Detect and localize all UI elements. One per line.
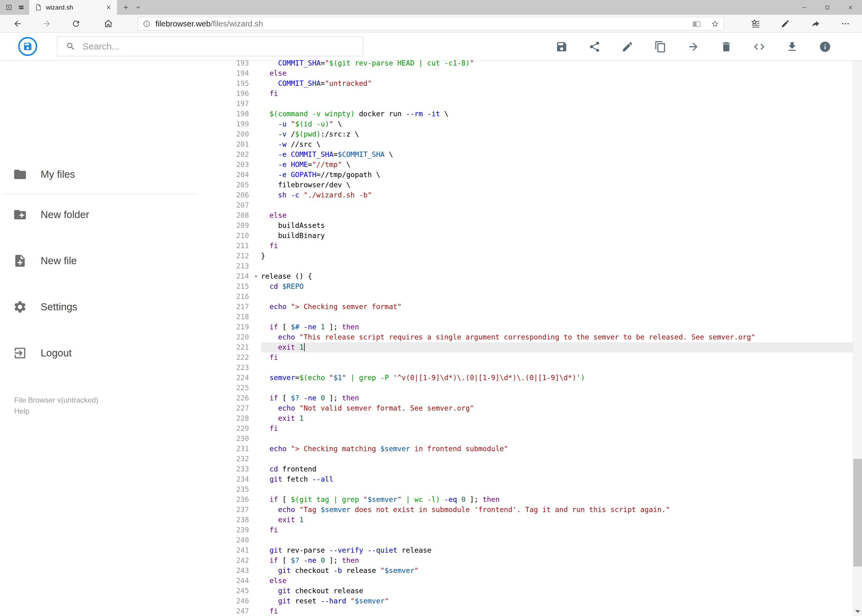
address-bar[interactable]: filebrowser.web/files/wizard.sh [138,17,724,30]
save-button[interactable] [555,41,568,53]
edit-button[interactable] [621,41,633,53]
code-text[interactable]: fi [261,423,853,434]
minimize-button[interactable] [793,0,816,15]
raw-code-button[interactable] [753,41,765,53]
code-text[interactable] [261,363,853,373]
code-text[interactable] [261,434,853,444]
code-text[interactable]: -v /$(pwd):/src:z \ [261,129,853,139]
code-text[interactable]: buildAssets [261,220,853,231]
help-link[interactable]: Help [14,407,29,415]
code-text[interactable] [261,292,853,302]
tab-close-button[interactable] [103,2,114,13]
sidebar-item-new-file[interactable]: New file [0,250,203,272]
site-info-icon[interactable] [142,19,151,28]
info-button[interactable] [819,41,831,53]
sidebar-item-my-files[interactable]: My files [0,163,203,185]
code-text[interactable]: if [ $# -ne 1 ]; then [261,322,853,332]
close-window-button[interactable] [839,0,862,15]
tabs-preview-button[interactable] [16,2,27,13]
share-page-button[interactable] [810,19,821,29]
code-text[interactable] [261,200,853,211]
code-text[interactable]: } [261,251,853,261]
code-text[interactable]: release () { [261,271,853,281]
reading-view-button[interactable] [691,18,702,29]
code-text[interactable]: -e COMMIT_SHA=$COMMIT_SHA \ [261,149,853,160]
sidebar-item-new-folder[interactable]: New folder [0,204,203,225]
code-text[interactable]: git checkout -b release "$semver" [261,566,853,576]
download-button[interactable] [786,41,798,53]
url-text[interactable]: filebrowser.web/files/wizard.sh [155,19,263,28]
web-notes-button[interactable] [780,19,791,29]
hub-favorites-button[interactable] [750,19,761,29]
favorite-star-button[interactable] [709,18,720,29]
tab-list-chevron-button[interactable] [133,2,143,13]
code-text[interactable]: COMMIT_SHA="$(git rev-parse HEAD | cut -… [261,60,853,68]
code-text[interactable]: filebrowser/dev \ [261,180,853,190]
code-text[interactable]: fi [261,606,853,616]
move-button[interactable] [687,41,700,53]
code-text[interactable]: -e HOME="//tmp" \ [261,160,853,170]
code-text[interactable] [261,454,853,464]
code-text[interactable]: -u "$(id -u)" \ [261,119,853,129]
code-text[interactable]: echo "Tag $semver does not exist in subm… [261,504,853,515]
code-text[interactable]: echo "> Checking semver format" [261,302,853,312]
code-text[interactable]: if [ $? -ne 0 ]; then [261,393,853,403]
code-text[interactable]: fi [261,525,853,535]
search-bar[interactable] [57,36,363,56]
scrollbar[interactable] [853,33,862,616]
code-text[interactable]: fi [261,89,853,99]
code-text[interactable]: fi [261,352,853,363]
code-text[interactable]: sh -c "./wizard.sh -b" [261,190,853,200]
code-text[interactable]: exit 1 [261,515,853,525]
sidebar-item-settings[interactable]: Settings [0,296,203,318]
code-text[interactable]: git reset --hard "$semver" [261,596,853,606]
code-text[interactable]: -e GOPATH=//tmp/gopath \ [261,170,853,180]
set-tabs-aside-button[interactable] [4,2,14,13]
code-text[interactable]: else [261,68,853,79]
scrollbar-thumb[interactable] [853,459,862,566]
code-text[interactable] [261,383,853,393]
back-button[interactable] [12,19,23,29]
code-text[interactable]: cd $REPO [261,281,853,292]
sidebar-item-logout[interactable]: Logout [0,342,203,364]
fold-marker-icon[interactable]: ▾ [254,273,257,279]
maximize-button[interactable] [816,0,839,15]
forward-button[interactable] [41,19,52,29]
code-text[interactable]: fi [261,241,853,251]
code-text[interactable]: git checkout release [261,586,853,596]
code-text[interactable]: semver=$(echo "$1" | grep -P '^v(0|[1-9]… [261,373,853,383]
code-text[interactable] [261,535,853,545]
search-input[interactable] [82,41,344,52]
more-options-button[interactable] [840,19,851,29]
code-text[interactable]: echo "This release script requires a sin… [261,332,853,342]
code-text[interactable]: exit 1 [261,413,853,423]
code-text[interactable]: if [ $(git tag | grep "$semver" | wc -l)… [261,495,853,504]
code-text[interactable]: else [261,576,853,586]
code-text[interactable]: echo "Not valid semver format. See semve… [261,403,853,413]
delete-button[interactable] [720,41,733,53]
code-text[interactable] [261,261,853,271]
code-text[interactable]: $(command -v winpty) docker run --rm -it… [261,109,853,119]
home-button[interactable] [103,19,113,29]
code-text[interactable]: cd frontend [261,464,853,474]
scroll-down-button[interactable] [853,607,862,616]
code-text[interactable]: git rev-parse --verify --quiet release [261,545,853,555]
code-editor[interactable]: 193 COMMIT_SHA="$(git rev-parse HEAD | c… [203,60,853,616]
code-text[interactable]: echo "> Checking matching $semver in fro… [261,444,853,454]
copy-button[interactable] [654,41,667,53]
browser-tab[interactable]: wizard.sh [29,0,117,15]
code-text[interactable] [261,484,853,495]
refresh-button[interactable] [71,19,81,29]
filebrowser-logo[interactable] [18,37,37,56]
code-text[interactable]: if [ $? -ne 0 ]; then [261,555,853,566]
code-text[interactable]: else [261,211,853,220]
code-text[interactable]: -w //src \ [261,139,853,149]
code-text[interactable]: exit 1 [261,342,853,352]
new-tab-button[interactable] [121,2,131,13]
share-button[interactable] [588,41,601,53]
code-text[interactable]: COMMIT_SHA="untracked" [261,79,853,89]
code-text[interactable]: buildBinary [261,231,853,241]
code-text[interactable] [261,312,853,322]
code-text[interactable] [261,99,853,109]
code-text[interactable]: git fetch --all [261,474,853,484]
